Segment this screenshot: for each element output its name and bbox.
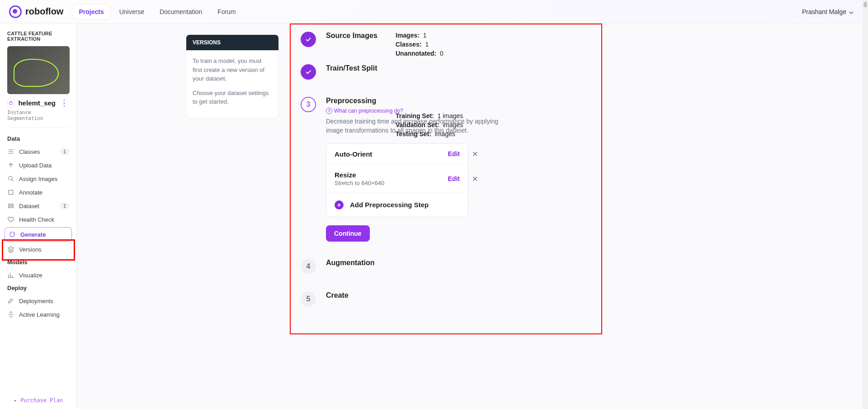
badge: 1 <box>60 148 69 155</box>
svg-rect-3 <box>9 204 14 205</box>
nav-projects[interactable]: Projects <box>72 5 110 19</box>
section-deploy: Deploy <box>0 282 76 294</box>
step1-title: Source Images <box>326 32 591 40</box>
vertical-scrollbar[interactable]: ▴ <box>863 0 868 409</box>
preprocess-resize: Resize Stretch to 640×640 Edit ✕ <box>326 165 468 193</box>
label: Versions <box>19 246 42 253</box>
sidebar-item-dataset[interactable]: Dataset 1 <box>0 199 76 213</box>
add-preprocessing-step[interactable]: + Add Preprocessing Step <box>326 193 468 217</box>
svg-rect-2 <box>9 190 13 194</box>
project-thumbnail[interactable] <box>7 46 70 94</box>
rocket-icon <box>7 297 14 304</box>
sidebar-item-visualize[interactable]: Visualize <box>0 268 76 282</box>
label: Dataset <box>19 203 39 209</box>
svg-rect-0 <box>9 103 13 105</box>
nav-universe[interactable]: Universe <box>113 5 151 19</box>
unannotated-label: Unannotated: <box>396 50 436 57</box>
images-val: 1 <box>423 32 427 39</box>
user-name: Prashant Malge <box>802 8 846 15</box>
list-icon <box>7 148 14 155</box>
remove-auto-orient[interactable]: ✕ <box>471 150 479 158</box>
refresh-icon <box>9 231 16 238</box>
train-label: Training Set: <box>396 112 434 119</box>
sidebar-item-deployments[interactable]: Deployments <box>0 294 76 308</box>
user-menu[interactable]: Prashant Malge <box>802 8 854 15</box>
classes-val: 1 <box>425 41 429 48</box>
step2-badge-done <box>301 64 316 80</box>
label: Active Learning <box>19 311 60 318</box>
kebab-icon[interactable]: ⋮ <box>59 98 69 108</box>
versions-card: VERSIONS To train a model, you must firs… <box>186 34 279 119</box>
edit-resize[interactable]: Edit <box>448 175 460 182</box>
stack-icon <box>7 202 14 209</box>
preprocessing-list: Auto-Orient Edit ✕ Resize Stretch to 640… <box>326 143 468 217</box>
brand-name: roboflow <box>25 6 63 17</box>
classes-label: Classes: <box>396 41 422 48</box>
sidebar-item-upload[interactable]: Upload Data <box>0 158 76 172</box>
unannotated-val: 0 <box>440 50 443 57</box>
chevron-down-icon <box>849 10 854 13</box>
valid-label: Validation Set: <box>396 121 439 128</box>
nav-forum[interactable]: Forum <box>211 5 242 19</box>
svg-rect-4 <box>9 206 14 208</box>
test-val: images <box>435 130 455 138</box>
step2-title: Train/Test Split <box>326 64 591 72</box>
sidebar-item-active-learning[interactable]: Active Learning <box>0 308 76 321</box>
brand-logo[interactable]: roboflow <box>9 5 63 18</box>
sidebar-item-annotate[interactable]: Annotate <box>0 185 76 199</box>
remove-resize[interactable]: ✕ <box>471 174 479 183</box>
label: Assign Images <box>19 176 57 182</box>
label: Deployments <box>19 298 53 304</box>
label: Health Check <box>19 216 54 223</box>
continue-button[interactable]: Continue <box>326 225 370 242</box>
label: Resize <box>335 171 384 179</box>
label: Annotate <box>19 189 42 196</box>
versions-card-p1: To train a model, you must first create … <box>193 57 272 83</box>
step4-title: Augmentation <box>326 259 591 267</box>
project-name: helemt_seg <box>18 99 56 107</box>
step3-title: Preprocessing <box>326 97 591 105</box>
section-data: Data <box>0 133 76 145</box>
scrollbar-thumb[interactable] <box>863 3 867 7</box>
nav-documentation[interactable]: Documentation <box>153 5 208 19</box>
sidebar-item-health[interactable]: Health Check <box>0 213 76 226</box>
upload-icon <box>7 162 14 169</box>
edit-auto-orient[interactable]: Edit <box>448 150 460 157</box>
recycle-icon <box>7 311 14 318</box>
sidebar-item-generate[interactable]: Generate <box>5 227 72 242</box>
label: Auto-Orient <box>335 150 372 158</box>
label: Purchase Plan <box>20 397 63 404</box>
train-val: 1 images <box>438 112 463 119</box>
images-label: Images: <box>396 32 420 39</box>
preprocess-auto-orient: Auto-Orient Edit ✕ <box>326 144 468 165</box>
top-nav: roboflow Projects Universe Documentation… <box>0 0 863 24</box>
plus-icon: + <box>335 200 344 209</box>
label: Add Preprocessing Step <box>350 201 429 209</box>
label: Classes <box>19 148 40 155</box>
question-icon: ? <box>326 108 332 114</box>
main-content: VERSIONS To train a model, you must firs… <box>77 24 863 409</box>
label: Generate <box>20 231 46 238</box>
step5-badge: 5 <box>301 291 316 307</box>
sidebar-item-classes[interactable]: Classes 1 <box>0 145 76 158</box>
valid-val: images <box>443 121 463 128</box>
test-label: Testing Set: <box>396 130 431 138</box>
layers-icon <box>7 246 14 253</box>
purchase-plan[interactable]: ✦ Purchase Plan <box>0 394 76 407</box>
project-type: Instance Segmentation <box>0 109 76 126</box>
sidebar-item-versions[interactable]: Versions <box>0 243 76 256</box>
sidebar-item-assign[interactable]: Assign Images <box>0 172 76 185</box>
svg-point-1 <box>9 176 12 180</box>
detail: Stretch to 640×640 <box>335 180 384 186</box>
steps-panel: Source Images Images: 1 Classes: 1 Unann… <box>290 24 602 321</box>
label: Visualize <box>19 272 42 279</box>
step1-badge-done <box>301 32 316 47</box>
label: What can preprocessing do? <box>334 108 403 114</box>
heart-icon <box>7 216 14 223</box>
search-icon <box>7 175 14 182</box>
workspace-name: CATTLE FEATURE EXTRACTION <box>0 28 76 46</box>
step4-badge: 4 <box>301 259 316 274</box>
roboflow-logo-icon <box>9 5 22 18</box>
step3-badge-current: 3 <box>301 97 316 112</box>
badge: 1 <box>60 203 69 209</box>
